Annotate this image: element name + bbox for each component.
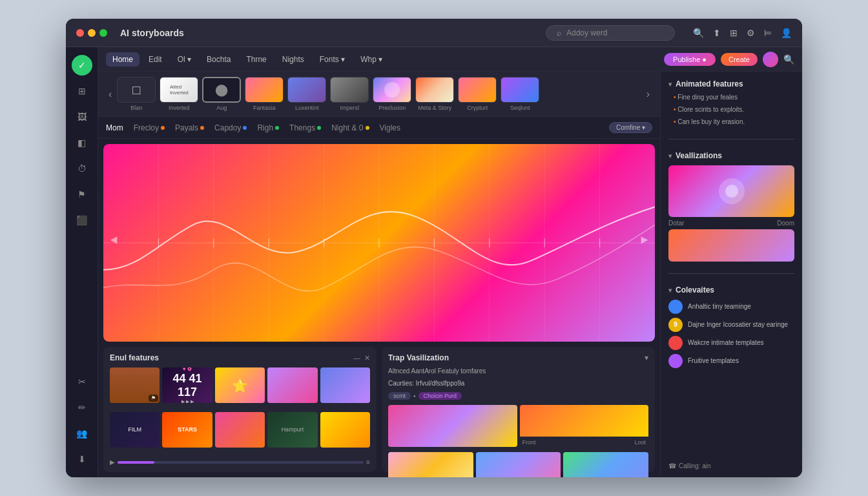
chevron-icon-2: ▾ [668,152,672,160]
sidebar-item-timer[interactable]: ⏱ [72,158,92,179]
sidebar-item-sticker[interactable]: ⚑ [72,184,92,205]
list-item[interactable] [476,452,561,477]
animated-title-text: Animated features [676,79,743,88]
list-item[interactable] [388,452,473,477]
sidebar-item-edit[interactable]: ✏ [72,397,92,418]
template-blank[interactable]: □ Blan [117,77,156,111]
list-item[interactable] [320,412,370,454]
collab-name-1: Anhaltic tiny teaminge [688,302,751,311]
tab-vigles[interactable]: Vigles [380,123,400,132]
template-fantasia[interactable]: Fantasia [245,77,284,111]
template-impersl[interactable]: Impersl [330,77,369,111]
tab-thengs[interactable]: Thengs [289,123,321,132]
grid-icon[interactable]: ⊞ [730,28,738,38]
template-crypturt[interactable]: Crypturt [458,77,497,111]
create-button[interactable]: Create [721,53,758,66]
sidebar-item-photos[interactable]: 🖼 [72,107,92,127]
sidebar-item-collage[interactable]: ⬛ [72,210,92,231]
nav-thrne[interactable]: Thrne [240,52,273,67]
bottom-link[interactable]: ☎ Calling: ain [668,462,794,470]
thumb-8 [215,412,265,448]
list-item[interactable]: ⚑ [110,367,160,409]
template-aug[interactable]: ⬤ Aug [202,77,241,111]
sidebar-item-export[interactable]: ⬇ [72,449,92,470]
nav-nights[interactable]: Nights [276,52,311,67]
settings-icon[interactable]: ⚙ [747,28,755,38]
filter-icon[interactable]: ⊨ [764,28,772,38]
trap-panel-header: Trap Vasilization ▾ [388,353,648,362]
nav-edit[interactable]: Edit [142,52,169,67]
thumb-6: FILM [110,412,160,448]
nav-search-icon[interactable]: 🔍 [783,54,794,65]
tab-righ[interactable]: Righ [257,123,279,132]
template-seqlunt[interactable]: Seqlunt [501,77,539,111]
list-item[interactable] [267,367,317,409]
list-item[interactable]: ⭐ [215,367,265,409]
tab-vigles-label: Vigles [380,123,400,132]
sidebar-item-home[interactable]: ⊞ [72,81,92,101]
chevron-icon-3: ▾ [668,287,672,294]
nav-fonts[interactable]: Fonts ▾ [313,52,351,67]
thumb-7: STARS [162,412,212,448]
sidebar-item-tools[interactable]: ✂ [72,371,92,392]
sidebar-item-user[interactable]: 👥 [72,423,92,444]
search-icon[interactable]: 🔍 [693,28,704,38]
user-avatar[interactable] [763,52,778,67]
list-item[interactable] [320,367,370,409]
strip-prev[interactable]: ‹ [106,88,114,100]
nav-whp[interactable]: Whp ▾ [354,52,389,67]
strip-next[interactable]: › [644,88,652,100]
progress-bar[interactable] [118,461,364,464]
viz-second-thumb[interactable] [668,229,794,262]
tab-night[interactable]: Night & 0 [331,123,369,132]
sidebar-item-layers[interactable]: ◧ [72,132,92,153]
tab-capdoy[interactable]: Capdoy [214,123,247,132]
tag-2[interactable]: Choicin Purd [418,392,462,400]
template-thumb-1: AitedInverted [160,77,198,103]
sidebar-item-check[interactable]: ✓ [72,55,92,76]
share-icon[interactable]: ⬆ [713,28,721,38]
list-item[interactable]: FILM [110,412,160,454]
close-button[interactable] [76,29,84,37]
tab-frecloy[interactable]: Frecloy [134,123,165,132]
titlebar: AI storyboards ⌕ Addoy werd 🔍 ⬆ ⊞ ⚙ ⊨ 👤 [66,19,802,47]
list-item[interactable]: ♥ ✿ 44 41 117 ▶ ▶ ▶ [162,367,212,409]
combine-button[interactable]: Comfine ▾ [609,122,652,133]
scroll-icon[interactable]: ≡ [366,459,370,466]
trap-label-front: Front [522,439,536,446]
minus-icon[interactable]: — [353,354,360,362]
template-items: □ Blan AitedInverted Inverted ⬤ [117,77,641,111]
nav-home[interactable]: Home [106,52,140,67]
close-icon[interactable]: ✕ [364,354,370,362]
titlebar-icons: 🔍 ⬆ ⊞ ⚙ ⊨ 👤 [693,28,792,38]
trap-label-loot: Loot [634,439,646,446]
play-icon[interactable]: ▶ [110,459,115,466]
template-inverted[interactable]: AitedInverted Inverted [160,77,198,111]
list-item[interactable] [563,452,648,477]
tab-righ-dot [275,126,279,130]
traffic-lights [76,29,107,37]
list-item[interactable]: Hampurt [267,412,317,454]
nav-ol[interactable]: Ol ▾ [171,52,198,67]
tab-mom[interactable]: Mom [106,123,123,132]
tab-thengs-label: Thengs [289,123,315,132]
nav-bochta[interactable]: Bochta [200,52,237,67]
minimize-button[interactable] [88,29,96,37]
collab-avatar-3 [668,336,683,350]
list-item[interactable] [215,412,265,454]
titlebar-search[interactable]: ⌕ Addoy werd [546,25,675,41]
maximize-button[interactable] [99,29,107,37]
viz-main-thumb[interactable] [668,165,794,217]
collab-title: ▾ Colevaites [668,285,794,294]
tab-payals[interactable]: Payals [175,123,204,132]
user-icon[interactable]: 👤 [781,28,792,38]
trap-img-3 [388,452,473,477]
publish-button[interactable]: Publishe ● [664,53,716,66]
template-meta[interactable]: Meta & Story [415,77,454,111]
nav-right: Publishe ● Create 🔍 [664,52,794,67]
thumb-9: Hampurt [267,412,317,448]
template-luxentint[interactable]: Luxentint [287,77,326,111]
trap-expand-icon[interactable]: ▾ [645,353,648,362]
template-scene[interactable]: Preclusion [373,77,411,111]
list-item[interactable]: STARS [162,412,212,454]
